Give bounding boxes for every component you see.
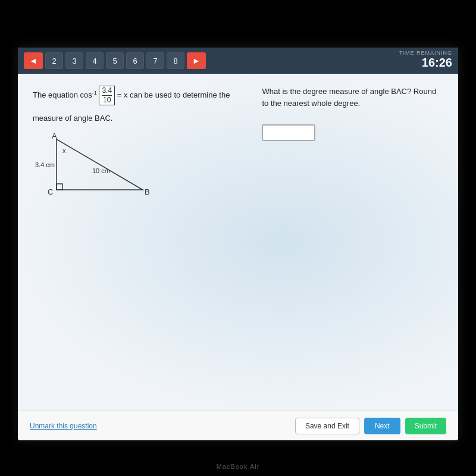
left-text-before: The equation cos [33,90,92,99]
timer-area: TIME REMAINING 16:26 [399,50,452,70]
triangle-diagram: A C B x 3.4 cm 10 cm [33,130,152,214]
next-button[interactable]: Next [364,418,400,434]
nav-num-7[interactable]: 7 [146,52,164,69]
left-text-after: = x can be used to determine the [117,90,230,99]
submit-button[interactable]: Submit [405,418,446,434]
back-button[interactable]: ◄ [24,52,43,69]
footer-buttons: Save and Exit Next Submit [295,418,446,434]
svg-text:3.4 cm: 3.4 cm [35,161,55,168]
frac-denominator: 10 [102,96,112,104]
svg-marker-0 [57,139,143,190]
nav-num-6[interactable]: 6 [126,52,144,69]
left-panel: The equation cos-1 3.410 = x can be used… [33,86,250,399]
nav-bar: ◄ 2 3 4 5 6 7 8 ► TIME REMAINING 16:26 [18,48,458,74]
nav-num-8[interactable]: 8 [167,52,184,69]
exam-screen: ◄ 2 3 4 5 6 7 8 ► TIME REMAINING 16:26 T… [18,48,458,440]
timer-label: TIME REMAINING [399,50,452,56]
nav-num-5[interactable]: 5 [106,52,124,69]
macbook-label: MacBook Air [217,463,260,470]
measure-text: measure of angle BAC. [33,112,250,124]
diagram-container: A C B x 3.4 cm 10 cm [33,130,152,214]
frac-numerator: 3.4 [102,87,112,96]
svg-rect-1 [57,184,62,190]
svg-text:A: A [52,131,57,140]
footer-bar: Unmark this question Save and Exit Next … [18,411,458,440]
answer-input[interactable] [262,124,315,141]
svg-text:x: x [62,147,66,154]
nav-num-4[interactable]: 4 [86,52,104,69]
nav-num-2[interactable]: 2 [45,52,63,69]
main-content: The equation cos-1 3.410 = x can be used… [18,74,458,411]
timer-value: 16:26 [399,56,452,70]
nav-num-3[interactable]: 3 [65,52,83,69]
forward-button[interactable]: ► [187,52,206,69]
question-left-text: The equation cos-1 3.410 = x can be used… [33,86,250,105]
svg-text:C: C [48,187,53,196]
question-right-text: What is the degree measure of angle BAC?… [262,86,443,109]
cos-superscript: -1 [92,90,97,99]
save-exit-button[interactable]: Save and Exit [295,418,359,434]
svg-text:10 cm: 10 cm [92,167,110,174]
right-panel: What is the degree measure of angle BAC?… [262,86,443,399]
fraction: 3.410 [99,86,115,105]
svg-text:B: B [145,187,150,196]
unmark-button[interactable]: Unmark this question [30,422,97,430]
